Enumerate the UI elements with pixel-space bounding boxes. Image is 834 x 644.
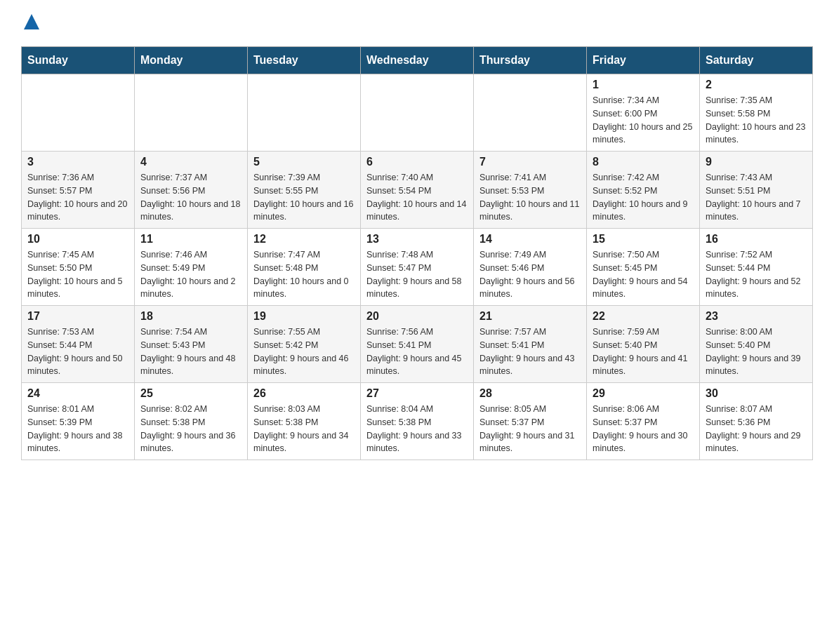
day-info: Sunrise: 7:55 AMSunset: 5:42 PMDaylight:… bbox=[253, 326, 355, 378]
day-number: 15 bbox=[593, 233, 694, 246]
day-number: 11 bbox=[140, 233, 241, 246]
table-row: 27Sunrise: 8:04 AMSunset: 5:38 PMDayligh… bbox=[361, 383, 474, 460]
day-number: 25 bbox=[140, 387, 241, 400]
day-number: 3 bbox=[27, 156, 128, 168]
day-info: Sunrise: 7:40 AMSunset: 5:54 PMDaylight:… bbox=[366, 171, 468, 224]
table-row: 23Sunrise: 8:00 AMSunset: 5:40 PMDayligh… bbox=[700, 306, 813, 383]
day-number: 13 bbox=[366, 233, 468, 246]
day-number: 29 bbox=[593, 387, 694, 400]
table-row: 28Sunrise: 8:05 AMSunset: 5:37 PMDayligh… bbox=[474, 383, 587, 460]
table-row: 14Sunrise: 7:49 AMSunset: 5:46 PMDayligh… bbox=[474, 229, 587, 306]
calendar-header-row: Sunday Monday Tuesday Wednesday Thursday… bbox=[22, 47, 813, 74]
logo bbox=[21, 14, 39, 32]
day-info: Sunrise: 7:52 AMSunset: 5:44 PMDaylight:… bbox=[706, 248, 807, 301]
day-info: Sunrise: 7:39 AMSunset: 5:55 PMDaylight:… bbox=[253, 171, 355, 224]
col-monday: Monday bbox=[135, 47, 248, 74]
day-number: 5 bbox=[253, 156, 355, 168]
day-number: 12 bbox=[253, 233, 355, 246]
day-info: Sunrise: 8:05 AMSunset: 5:37 PMDaylight:… bbox=[479, 403, 581, 455]
table-row: 18Sunrise: 7:54 AMSunset: 5:43 PMDayligh… bbox=[135, 306, 248, 383]
logo-triangle-icon bbox=[24, 14, 39, 29]
day-info: Sunrise: 8:00 AMSunset: 5:40 PMDaylight:… bbox=[706, 326, 807, 378]
day-info: Sunrise: 7:53 AMSunset: 5:44 PMDaylight:… bbox=[27, 326, 128, 378]
col-wednesday: Wednesday bbox=[361, 47, 474, 74]
table-row bbox=[22, 74, 135, 152]
day-number: 14 bbox=[479, 233, 581, 246]
day-number: 28 bbox=[479, 387, 581, 400]
day-number: 23 bbox=[706, 310, 807, 323]
day-number: 7 bbox=[479, 156, 581, 168]
table-row: 26Sunrise: 8:03 AMSunset: 5:38 PMDayligh… bbox=[248, 383, 361, 460]
day-info: Sunrise: 8:06 AMSunset: 5:37 PMDaylight:… bbox=[593, 403, 694, 455]
day-number: 19 bbox=[253, 310, 355, 323]
table-row: 30Sunrise: 8:07 AMSunset: 5:36 PMDayligh… bbox=[700, 383, 813, 460]
table-row: 8Sunrise: 7:42 AMSunset: 5:52 PMDaylight… bbox=[587, 152, 700, 229]
table-row: 2Sunrise: 7:35 AMSunset: 5:58 PMDaylight… bbox=[700, 74, 813, 152]
svg-marker-0 bbox=[24, 14, 39, 29]
day-info: Sunrise: 7:48 AMSunset: 5:47 PMDaylight:… bbox=[366, 248, 468, 301]
day-number: 26 bbox=[253, 387, 355, 400]
day-info: Sunrise: 7:46 AMSunset: 5:49 PMDaylight:… bbox=[140, 248, 241, 301]
table-row bbox=[248, 74, 361, 152]
table-row: 11Sunrise: 7:46 AMSunset: 5:49 PMDayligh… bbox=[135, 229, 248, 306]
table-row: 1Sunrise: 7:34 AMSunset: 6:00 PMDaylight… bbox=[587, 74, 700, 152]
day-number: 18 bbox=[140, 310, 241, 323]
table-row: 3Sunrise: 7:36 AMSunset: 5:57 PMDaylight… bbox=[22, 152, 135, 229]
table-row: 7Sunrise: 7:41 AMSunset: 5:53 PMDaylight… bbox=[474, 152, 587, 229]
day-info: Sunrise: 8:04 AMSunset: 5:38 PMDaylight:… bbox=[366, 403, 468, 455]
day-info: Sunrise: 7:56 AMSunset: 5:41 PMDaylight:… bbox=[366, 326, 468, 378]
col-saturday: Saturday bbox=[700, 47, 813, 74]
day-info: Sunrise: 7:34 AMSunset: 6:00 PMDaylight:… bbox=[593, 94, 694, 147]
calendar-row: 1Sunrise: 7:34 AMSunset: 6:00 PMDaylight… bbox=[22, 74, 813, 152]
day-number: 21 bbox=[479, 310, 581, 323]
day-info: Sunrise: 7:54 AMSunset: 5:43 PMDaylight:… bbox=[140, 326, 241, 378]
day-info: Sunrise: 7:36 AMSunset: 5:57 PMDaylight:… bbox=[27, 171, 128, 224]
table-row bbox=[361, 74, 474, 152]
day-number: 4 bbox=[140, 156, 241, 168]
day-number: 1 bbox=[593, 79, 694, 91]
day-number: 24 bbox=[27, 387, 128, 400]
day-info: Sunrise: 7:35 AMSunset: 5:58 PMDaylight:… bbox=[706, 94, 807, 147]
table-row: 24Sunrise: 8:01 AMSunset: 5:39 PMDayligh… bbox=[22, 383, 135, 460]
day-number: 30 bbox=[706, 387, 807, 400]
day-info: Sunrise: 8:03 AMSunset: 5:38 PMDaylight:… bbox=[253, 403, 355, 455]
calendar-row: 24Sunrise: 8:01 AMSunset: 5:39 PMDayligh… bbox=[22, 383, 813, 460]
day-number: 9 bbox=[706, 156, 807, 168]
calendar-row: 10Sunrise: 7:45 AMSunset: 5:50 PMDayligh… bbox=[22, 229, 813, 306]
page-header bbox=[21, 14, 813, 32]
day-info: Sunrise: 7:49 AMSunset: 5:46 PMDaylight:… bbox=[479, 248, 581, 301]
day-number: 27 bbox=[366, 387, 468, 400]
table-row: 10Sunrise: 7:45 AMSunset: 5:50 PMDayligh… bbox=[22, 229, 135, 306]
day-number: 17 bbox=[27, 310, 128, 323]
table-row: 20Sunrise: 7:56 AMSunset: 5:41 PMDayligh… bbox=[361, 306, 474, 383]
day-number: 8 bbox=[593, 156, 694, 168]
table-row bbox=[135, 74, 248, 152]
day-number: 6 bbox=[366, 156, 468, 168]
day-info: Sunrise: 7:43 AMSunset: 5:51 PMDaylight:… bbox=[706, 171, 807, 224]
day-number: 20 bbox=[366, 310, 468, 323]
day-info: Sunrise: 7:47 AMSunset: 5:48 PMDaylight:… bbox=[253, 248, 355, 301]
day-info: Sunrise: 7:57 AMSunset: 5:41 PMDaylight:… bbox=[479, 326, 581, 378]
calendar-row: 3Sunrise: 7:36 AMSunset: 5:57 PMDaylight… bbox=[22, 152, 813, 229]
day-info: Sunrise: 7:45 AMSunset: 5:50 PMDaylight:… bbox=[27, 248, 128, 301]
day-info: Sunrise: 7:59 AMSunset: 5:40 PMDaylight:… bbox=[593, 326, 694, 378]
table-row: 6Sunrise: 7:40 AMSunset: 5:54 PMDaylight… bbox=[361, 152, 474, 229]
col-thursday: Thursday bbox=[474, 47, 587, 74]
day-number: 16 bbox=[706, 233, 807, 246]
col-sunday: Sunday bbox=[22, 47, 135, 74]
day-info: Sunrise: 8:02 AMSunset: 5:38 PMDaylight:… bbox=[140, 403, 241, 455]
col-tuesday: Tuesday bbox=[248, 47, 361, 74]
day-info: Sunrise: 8:07 AMSunset: 5:36 PMDaylight:… bbox=[706, 403, 807, 455]
calendar-table: Sunday Monday Tuesday Wednesday Thursday… bbox=[21, 46, 813, 460]
day-info: Sunrise: 7:42 AMSunset: 5:52 PMDaylight:… bbox=[593, 171, 694, 224]
calendar-row: 17Sunrise: 7:53 AMSunset: 5:44 PMDayligh… bbox=[22, 306, 813, 383]
table-row: 29Sunrise: 8:06 AMSunset: 5:37 PMDayligh… bbox=[587, 383, 700, 460]
day-info: Sunrise: 7:37 AMSunset: 5:56 PMDaylight:… bbox=[140, 171, 241, 224]
table-row: 12Sunrise: 7:47 AMSunset: 5:48 PMDayligh… bbox=[248, 229, 361, 306]
table-row: 25Sunrise: 8:02 AMSunset: 5:38 PMDayligh… bbox=[135, 383, 248, 460]
table-row: 19Sunrise: 7:55 AMSunset: 5:42 PMDayligh… bbox=[248, 306, 361, 383]
day-number: 22 bbox=[593, 310, 694, 323]
day-info: Sunrise: 7:41 AMSunset: 5:53 PMDaylight:… bbox=[479, 171, 581, 224]
table-row: 16Sunrise: 7:52 AMSunset: 5:44 PMDayligh… bbox=[700, 229, 813, 306]
table-row: 5Sunrise: 7:39 AMSunset: 5:55 PMDaylight… bbox=[248, 152, 361, 229]
